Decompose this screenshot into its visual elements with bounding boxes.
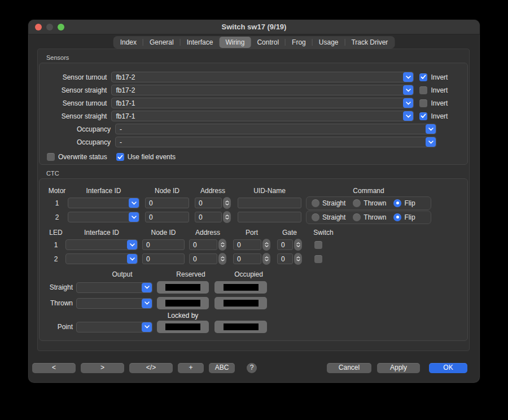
stepper-control[interactable] [262, 253, 270, 265]
chevron-down-icon[interactable] [403, 72, 413, 82]
tab-frog[interactable]: Frog [286, 37, 312, 48]
invert-wrap: Invert [419, 99, 459, 107]
thrown-radio[interactable] [353, 213, 361, 221]
prev-button[interactable]: < [32, 363, 76, 373]
motor-node-id-field[interactable]: 0 [145, 212, 189, 222]
led-address-field[interactable]: 0 [189, 239, 217, 250]
invert-checkbox[interactable] [419, 112, 427, 120]
thrown-radio[interactable] [353, 199, 361, 207]
led-port-field[interactable]: 0 [233, 239, 261, 250]
tab-general[interactable]: General [143, 37, 180, 48]
thrown-output-combo[interactable] [76, 298, 152, 309]
motor-address-field[interactable]: 0 [195, 212, 222, 222]
motor-uid-name-field[interactable] [238, 198, 301, 208]
tab-control[interactable]: Control [251, 37, 285, 48]
color-swatch [224, 284, 259, 291]
chevron-down-icon[interactable] [129, 212, 139, 222]
close-button[interactable] [35, 24, 42, 30]
led-switch-checkbox[interactable] [314, 255, 322, 263]
point-output-combo[interactable] [76, 322, 152, 333]
minimize-button[interactable] [46, 24, 53, 30]
zoom-button[interactable] [58, 24, 64, 30]
sensor-row: Occupancy - [40, 135, 467, 148]
motor-address-field[interactable]: 0 [195, 198, 222, 208]
thrown-reserved-colorwell[interactable] [157, 297, 209, 309]
sensor-straight-combo[interactable]: fb17-1 [111, 111, 414, 121]
stepper-control[interactable] [294, 239, 302, 251]
ok-button[interactable]: OK [429, 363, 467, 373]
tab-interface[interactable]: Interface [181, 37, 220, 48]
occupancy-combo[interactable]: - [115, 124, 436, 134]
invert-checkbox[interactable] [419, 86, 427, 94]
tab-index[interactable]: Index [114, 37, 143, 48]
flip-radio-label: Flip [404, 199, 415, 207]
sensor-turnout-combo[interactable]: fb17-1 [111, 98, 414, 108]
motor-node-id-field[interactable]: 0 [145, 198, 189, 208]
chevron-down-icon[interactable] [403, 98, 413, 108]
point-lockedby-colorwell[interactable] [157, 321, 209, 333]
chevron-down-icon[interactable] [426, 137, 436, 147]
output-header: Output [84, 270, 160, 278]
chevron-down-icon[interactable] [129, 198, 139, 208]
chevron-down-icon[interactable] [426, 124, 436, 134]
color-swatch [165, 284, 200, 291]
overwrite-status-checkbox[interactable] [47, 153, 55, 161]
stepper-control[interactable] [218, 239, 226, 251]
motor-uid-name-field[interactable] [238, 212, 301, 222]
occupancy-combo[interactable]: - [115, 137, 436, 147]
led-switch-checkbox[interactable] [314, 241, 322, 249]
led-node-id-field[interactable]: 0 [142, 239, 185, 250]
chevron-down-icon[interactable] [127, 254, 137, 264]
chevron-down-icon[interactable] [127, 240, 137, 250]
next-button[interactable]: > [81, 363, 124, 373]
straight-reserved-colorwell[interactable] [157, 281, 209, 294]
stepper-control[interactable] [262, 239, 270, 251]
led-port-field[interactable]: 0 [233, 253, 261, 264]
stepper-control[interactable] [294, 253, 302, 265]
flip-radio[interactable] [393, 199, 401, 207]
chevron-down-icon[interactable] [403, 85, 413, 95]
stepper-control[interactable] [223, 211, 231, 223]
led-node-id-field[interactable]: 0 [142, 253, 185, 264]
apply-button[interactable]: Apply [377, 363, 420, 373]
cancel-button[interactable]: Cancel [327, 363, 371, 373]
add-button[interactable]: + [178, 363, 204, 373]
stepper-control[interactable] [223, 197, 231, 209]
chevron-down-icon[interactable] [403, 111, 413, 121]
led-interface-combo[interactable] [65, 253, 138, 264]
motor-interface-combo[interactable] [68, 212, 139, 222]
sensor-turnout-combo[interactable]: fb17-2 [111, 72, 414, 82]
abc-button[interactable]: ABC [209, 363, 235, 373]
occupancy-label: Occupancy [47, 125, 111, 133]
led-gate-field[interactable]: 0 [277, 239, 293, 250]
tab-usage[interactable]: Usage [313, 37, 345, 48]
xml-button[interactable]: </> [129, 363, 173, 373]
straight-radio[interactable] [312, 213, 319, 221]
overwrite-status-option: Overwrite status [47, 153, 107, 161]
invert-checkbox[interactable] [419, 73, 427, 81]
output-row-thrown: Thrown [40, 295, 467, 311]
led-address-field[interactable]: 0 [189, 253, 217, 264]
led-interface-combo[interactable] [65, 239, 138, 250]
thrown-occupied-colorwell[interactable] [214, 297, 267, 309]
help-button[interactable]: ? [247, 363, 257, 373]
stepper-control[interactable] [218, 253, 226, 265]
motor-header-row: Motor Interface ID Node ID Address UID-N… [40, 186, 467, 196]
sensor-straight-combo[interactable]: fb17-2 [111, 85, 414, 95]
chevron-down-icon[interactable] [142, 283, 152, 292]
straight-radio[interactable] [312, 199, 319, 207]
straight-output-combo[interactable] [76, 282, 152, 293]
straight-occupied-colorwell[interactable] [214, 281, 267, 294]
motor-interface-combo[interactable] [68, 198, 139, 208]
invert-checkbox[interactable] [419, 99, 427, 107]
chevron-down-icon[interactable] [142, 299, 152, 308]
title-bar[interactable]: Switch sw17 (9/19) [28, 20, 480, 34]
point-occupied-colorwell[interactable] [214, 321, 267, 333]
tab-track-driver[interactable]: Track Driver [345, 37, 394, 48]
led-gate-field[interactable]: 0 [277, 253, 293, 264]
tab-wiring[interactable]: Wiring [219, 37, 251, 48]
chevron-down-icon[interactable] [142, 322, 152, 332]
flip-radio[interactable] [393, 213, 401, 221]
use-field-events-checkbox[interactable] [116, 153, 124, 161]
sensor-straight-label: Sensor straight [47, 86, 107, 94]
